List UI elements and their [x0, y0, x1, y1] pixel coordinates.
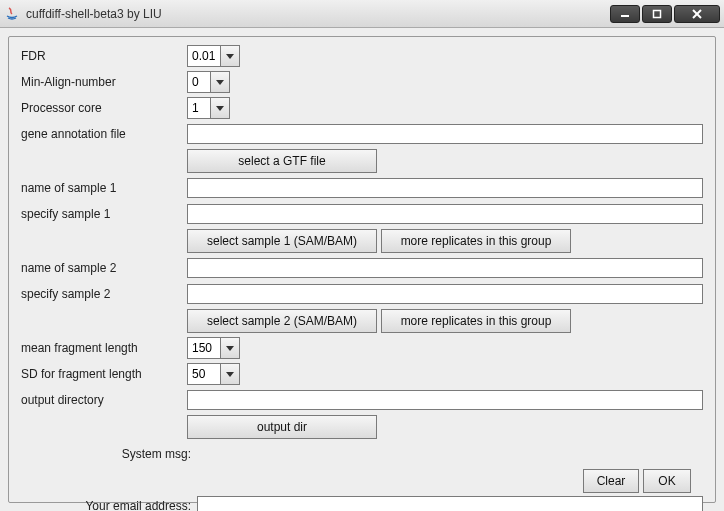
- chevron-down-icon[interactable]: [220, 364, 239, 384]
- select-sample2-button[interactable]: select sample 2 (SAM/BAM): [187, 309, 377, 333]
- sample2-name-input[interactable]: [187, 258, 703, 278]
- fdr-combo[interactable]: 0.01: [187, 45, 240, 67]
- gene-annotation-label: gene annotation file: [21, 127, 187, 141]
- processor-core-label: Processor core: [21, 101, 187, 115]
- title-bar: cuffdiff-shell-beta3 by LIU: [0, 0, 724, 28]
- chevron-down-icon[interactable]: [210, 72, 229, 92]
- maximize-button[interactable]: [642, 5, 672, 23]
- svg-marker-8: [226, 372, 234, 377]
- sd-fragment-combo[interactable]: 50: [187, 363, 240, 385]
- mean-fragment-value: 150: [188, 338, 220, 358]
- sd-fragment-value: 50: [188, 364, 220, 384]
- sample1-name-input[interactable]: [187, 178, 703, 198]
- sample1-spec-input[interactable]: [187, 204, 703, 224]
- client-area: FDR 0.01 Min-Align-number 0: [0, 28, 724, 511]
- sample1-name-label: name of sample 1: [21, 181, 187, 195]
- chevron-down-icon[interactable]: [210, 98, 229, 118]
- gene-annotation-input[interactable]: [187, 124, 703, 144]
- fdr-label: FDR: [21, 49, 187, 63]
- close-button[interactable]: [674, 5, 720, 23]
- sd-fragment-label: SD for fragment length: [21, 367, 187, 381]
- output-dir-label: output directory: [21, 393, 187, 407]
- minimize-button[interactable]: [610, 5, 640, 23]
- mean-fragment-combo[interactable]: 150: [187, 337, 240, 359]
- sample1-spec-label: specify sample 1: [21, 207, 187, 221]
- sample2-name-label: name of sample 2: [21, 261, 187, 275]
- window-title: cuffdiff-shell-beta3 by LIU: [26, 7, 608, 21]
- email-label: Your email address:: [21, 499, 197, 511]
- chevron-down-icon[interactable]: [220, 46, 239, 66]
- select-sample1-button[interactable]: select sample 1 (SAM/BAM): [187, 229, 377, 253]
- output-dir-button[interactable]: output dir: [187, 415, 377, 439]
- processor-core-combo[interactable]: 1: [187, 97, 230, 119]
- clear-button[interactable]: Clear: [583, 469, 639, 493]
- min-align-combo[interactable]: 0: [187, 71, 230, 93]
- output-dir-input[interactable]: [187, 390, 703, 410]
- svg-marker-5: [216, 80, 224, 85]
- more-replicates1-button[interactable]: more replicates in this group: [381, 229, 571, 253]
- min-align-value: 0: [188, 72, 210, 92]
- form-panel: FDR 0.01 Min-Align-number 0: [8, 36, 716, 503]
- fdr-value: 0.01: [188, 46, 220, 66]
- chevron-down-icon[interactable]: [220, 338, 239, 358]
- window-controls: [608, 5, 720, 23]
- sample2-spec-label: specify sample 2: [21, 287, 187, 301]
- more-replicates2-button[interactable]: more replicates in this group: [381, 309, 571, 333]
- svg-rect-1: [654, 10, 661, 17]
- email-input[interactable]: [197, 496, 703, 511]
- mean-fragment-label: mean fragment length: [21, 341, 187, 355]
- ok-button[interactable]: OK: [643, 469, 691, 493]
- svg-marker-4: [226, 54, 234, 59]
- min-align-label: Min-Align-number: [21, 75, 187, 89]
- system-msg-label: System msg:: [21, 447, 197, 461]
- select-gtf-button[interactable]: select a GTF file: [187, 149, 377, 173]
- svg-marker-6: [216, 106, 224, 111]
- svg-marker-7: [226, 346, 234, 351]
- java-icon: [4, 6, 20, 22]
- processor-core-value: 1: [188, 98, 210, 118]
- sample2-spec-input[interactable]: [187, 284, 703, 304]
